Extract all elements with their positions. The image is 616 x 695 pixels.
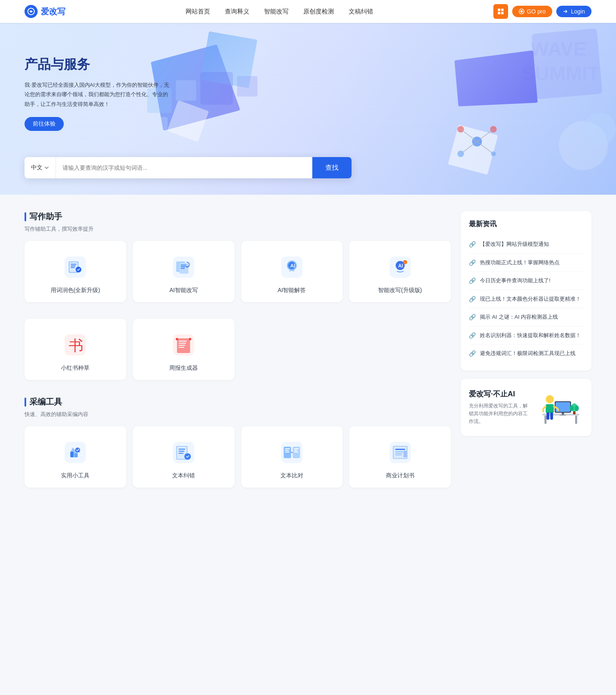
svg-rect-77 — [294, 448, 299, 449]
svg-rect-75 — [285, 450, 289, 451]
search-input[interactable] — [56, 157, 312, 178]
tools-section: 采编工具 快速、高效的辅助采编内容 实用 — [25, 396, 451, 488]
chevron-down-icon — [44, 165, 49, 170]
ai-answer-icon: AI — [279, 254, 305, 280]
svg-rect-90 — [575, 416, 577, 424]
link-icon-1: 🔗 — [469, 259, 476, 266]
link-icon-5: 🔗 — [469, 332, 476, 339]
search-bar: 中文 查找 — [25, 157, 352, 178]
hero-right-deco: WAVE SUMMIT — [412, 23, 616, 195]
nav-proofread[interactable]: 文稿纠错 — [349, 8, 373, 16]
svg-rect-98 — [550, 412, 553, 420]
writing-section-title: 写作助手 — [25, 211, 451, 222]
logo-text: 爱改写 — [41, 6, 65, 17]
tools-section-title: 采编工具 — [25, 396, 451, 407]
right-panel: 最新资讯 🔗 【爱改写】网站升级模型通知 🔗 热搜功能正式上线！掌握网络热点 🔗… — [461, 211, 591, 504]
svg-rect-54 — [179, 341, 187, 342]
tool-text-correct[interactable]: 文本纠错 — [133, 426, 235, 488]
search-lang-selector[interactable]: 中文 — [25, 157, 56, 178]
tool-utility[interactable]: 实用小工具 — [25, 426, 126, 488]
writing-section-desc: 写作辅助工具，撰写效率提升 — [25, 225, 451, 233]
logo[interactable]: 爱改写 — [25, 5, 65, 18]
smart-rewrite-pro-icon: AI ↑ — [387, 254, 413, 280]
tool-utility-label: 实用小工具 — [61, 472, 90, 479]
svg-point-101 — [570, 405, 574, 411]
svg-text:SUMMIT: SUMMIT — [522, 63, 599, 84]
tool-text-compare[interactable]: 文本比对 — [241, 426, 343, 488]
nav-rewrite[interactable]: 智能改写 — [264, 8, 289, 16]
news-item-5[interactable]: 🔗 姓名识别利器：快速提取和解析姓名数据！ — [469, 326, 583, 345]
svg-point-58 — [176, 338, 178, 340]
svg-rect-85 — [395, 453, 403, 454]
svg-rect-31 — [71, 265, 76, 266]
promo-title: 爱改写·不止AI — [469, 389, 528, 399]
search-button[interactable]: 查找 — [312, 157, 352, 178]
svg-rect-1 — [498, 9, 500, 11]
hero-title: 产品与服务 — [25, 56, 172, 74]
svg-rect-56 — [179, 345, 185, 346]
tool-business-plan[interactable]: 商业计划书 — [349, 426, 451, 488]
nav-home[interactable]: 网站首页 — [186, 8, 210, 16]
writing-tool-grid-row2: 书 小红书种草 — [25, 319, 451, 380]
link-icon-4: 🔗 — [469, 314, 476, 320]
tool-text-compare-label: 文本比对 — [280, 472, 303, 479]
svg-rect-84 — [395, 451, 403, 452]
login-button[interactable]: Login — [556, 6, 591, 17]
text-correct-icon — [170, 439, 197, 466]
promo-text: 爱改写·不止AI 充分利用爱改写的工具，解锁其功能并利用您的内容工作流。 — [469, 389, 528, 426]
news-text-3: 现已上线！文本颜色分析器让提取更精准！ — [480, 295, 581, 303]
news-item-2[interactable]: 🔗 今日历史事件查询功能上线了! — [469, 272, 583, 290]
svg-rect-74 — [285, 448, 290, 449]
svg-point-95 — [546, 395, 554, 403]
grid-button[interactable] — [493, 4, 508, 19]
login-label: Login — [571, 8, 585, 15]
hero-desc: 我·爱改写已经全面接入国内AI大模型，作为你的智能伙伴，无论您的需求来自哪个领域… — [25, 80, 172, 109]
news-item-1[interactable]: 🔗 热搜功能正式上线！掌握网络热点 — [469, 254, 583, 272]
writing-section: 写作助手 写作辅助工具，撰写效率提升 — [25, 211, 451, 380]
tool-smart-rewrite-pro[interactable]: AI ↑ 智能改写(升级版) — [349, 241, 451, 302]
svg-text:WAVE: WAVE — [530, 38, 587, 60]
navbar: 爱改写 网站首页 查询释义 智能改写 原创度检测 文稿纠错 GO pro — [0, 0, 616, 23]
weekly-report-icon — [170, 332, 197, 358]
news-item-3[interactable]: 🔗 现已上线！文本颜色分析器让提取更精准！ — [469, 290, 583, 308]
nav-query[interactable]: 查询释义 — [225, 8, 249, 16]
news-text-1: 热搜功能正式上线！掌握网络热点 — [480, 259, 560, 267]
svg-rect-38 — [181, 266, 186, 267]
tool-weekly-report[interactable]: 周报生成器 — [133, 319, 235, 380]
tools-grid: 实用小工具 — [25, 426, 451, 488]
promo-illustration — [534, 387, 583, 428]
news-item-6[interactable]: 🔗 避免违规词汇！极限词检测工具现已上线 — [469, 344, 583, 362]
svg-point-59 — [189, 338, 191, 340]
svg-rect-30 — [71, 264, 76, 265]
tool-xiaohongshu[interactable]: 书 小红书种草 — [25, 319, 126, 380]
tool-ai-rewrite-label: AI智能改写 — [170, 287, 198, 294]
svg-text:AI: AI — [398, 263, 403, 269]
svg-rect-79 — [294, 452, 298, 452]
svg-text:↑: ↑ — [404, 261, 405, 265]
svg-text:书: 书 — [69, 337, 83, 354]
tool-business-plan-label: 商业计划书 — [386, 472, 414, 479]
go-pro-button[interactable]: GO pro — [512, 6, 552, 17]
news-item-4[interactable]: 🔗 揭示 AI 之谜：AI 内容检测器上线 — [469, 308, 583, 326]
tool-ai-answer[interactable]: AI AI智能解答 — [241, 241, 343, 302]
svg-point-102 — [575, 405, 579, 411]
link-icon-2: 🔗 — [469, 277, 476, 284]
nav-originality[interactable]: 原创度检测 — [303, 8, 334, 16]
news-text-4: 揭示 AI 之谜：AI 内容检测器上线 — [480, 313, 558, 321]
tool-writing-polish[interactable]: 用词润色(全新升级) — [25, 241, 126, 302]
news-panel-title: 最新资讯 — [469, 219, 583, 229]
tool-ai-rewrite[interactable]: AI智能改写 — [133, 241, 235, 302]
svg-rect-57 — [179, 347, 184, 348]
news-text-0: 【爱改写】网站升级模型通知 — [480, 240, 549, 248]
ai-rewrite-icon — [170, 254, 197, 280]
tool-weekly-report-label: 周报生成器 — [169, 364, 198, 372]
news-item-0[interactable]: 🔗 【爱改写】网站升级模型通知 — [469, 235, 583, 254]
svg-rect-63 — [74, 453, 78, 457]
try-button[interactable]: 前往体验 — [25, 117, 64, 131]
svg-rect-3 — [498, 12, 500, 14]
utility-icon — [62, 439, 88, 466]
tools-section-desc: 快速、高效的辅助采编内容 — [25, 411, 451, 418]
svg-rect-83 — [395, 449, 405, 450]
link-icon-3: 🔗 — [469, 296, 476, 302]
svg-rect-67 — [179, 449, 185, 450]
